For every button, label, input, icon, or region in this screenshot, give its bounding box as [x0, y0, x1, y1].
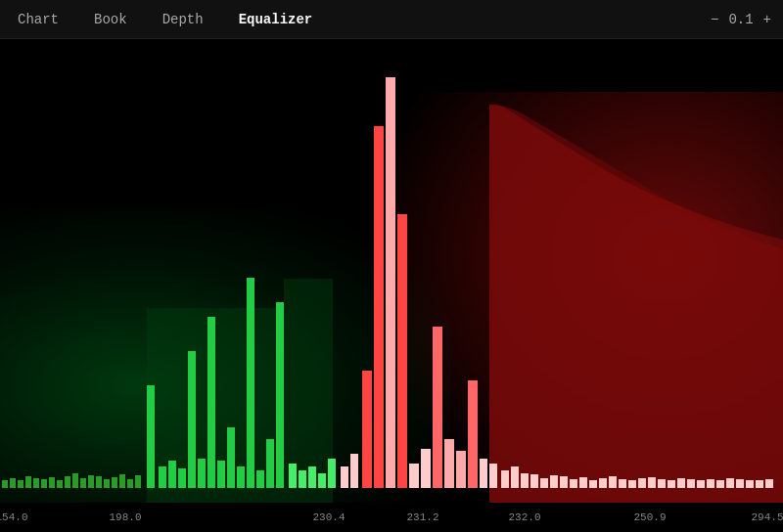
nav-depth[interactable]: Depth — [157, 8, 209, 31]
bar-45 — [433, 327, 442, 488]
bar-50 — [489, 464, 497, 488]
bar-51 — [501, 470, 509, 488]
bar-6 — [49, 477, 55, 488]
x-label-1: 198.0 — [109, 511, 141, 523]
bar-74 — [726, 478, 734, 488]
bar-11 — [88, 475, 94, 488]
bar-48 — [468, 380, 478, 488]
chart-area: 154.0198.0230.4231.2232.0250.9294.5 — [0, 39, 783, 532]
bar-23 — [198, 459, 206, 488]
bar-3 — [25, 476, 31, 488]
bar-28 — [247, 278, 254, 488]
nav-book[interactable]: Book — [88, 8, 133, 31]
bar-47 — [456, 451, 466, 488]
bar-12 — [96, 476, 102, 488]
bar-20 — [168, 461, 176, 488]
bar-54 — [530, 474, 538, 488]
x-label-6: 294.5 — [751, 511, 783, 523]
bar-1 — [10, 478, 16, 488]
x-label-0: 154.0 — [0, 511, 28, 523]
bar-52 — [511, 466, 519, 488]
bar-76 — [746, 480, 754, 488]
bar-29 — [256, 470, 264, 488]
bar-57 — [560, 476, 568, 488]
nav-chart[interactable]: Chart — [12, 8, 65, 31]
bar-56 — [550, 475, 558, 488]
bar-27 — [237, 466, 245, 488]
x-axis: 154.0198.0230.4231.2232.0250.9294.5 — [0, 503, 783, 532]
x-label-5: 250.9 — [633, 511, 666, 523]
bar-66 — [648, 477, 656, 488]
bar-55 — [540, 478, 548, 488]
bar-2 — [18, 480, 23, 488]
bar-73 — [716, 480, 724, 488]
bar-32 — [289, 464, 297, 488]
bar-40 — [374, 126, 384, 488]
bar-75 — [736, 479, 744, 488]
bar-68 — [668, 480, 675, 488]
bar-77 — [756, 480, 763, 488]
bar-65 — [638, 478, 646, 488]
bar-14 — [112, 477, 117, 488]
chart-svg — [0, 39, 783, 532]
bar-69 — [677, 478, 685, 488]
bar-60 — [589, 480, 597, 488]
bar-9 — [72, 473, 78, 488]
bar-70 — [687, 479, 695, 488]
bar-0 — [2, 480, 8, 488]
bar-49 — [480, 459, 487, 488]
header-controls: − 0.1 + — [711, 12, 771, 27]
bar-25 — [217, 461, 225, 488]
bar-59 — [579, 477, 587, 488]
x-label-4: 232.0 — [508, 511, 540, 523]
bar-8 — [65, 476, 70, 488]
bar-30 — [266, 439, 274, 488]
bar-44 — [421, 449, 431, 488]
bar-22 — [188, 351, 196, 488]
bar-61 — [599, 478, 607, 488]
bar-72 — [707, 479, 714, 488]
bar-67 — [658, 479, 666, 488]
bar-35 — [318, 473, 326, 488]
bar-33 — [299, 470, 306, 488]
bar-39 — [362, 371, 372, 488]
bar-64 — [628, 480, 636, 488]
zoom-value: 0.1 — [728, 12, 753, 27]
bar-21 — [178, 468, 186, 488]
bar-53 — [521, 473, 529, 488]
bar-42 — [397, 214, 407, 488]
bar-5 — [41, 479, 47, 488]
nav-equalizer[interactable]: Equalizer — [233, 8, 319, 31]
bar-71 — [697, 480, 705, 488]
bar-63 — [619, 479, 626, 488]
minus-button[interactable]: − — [711, 12, 718, 27]
bar-15 — [119, 474, 125, 488]
bar-43 — [409, 464, 419, 488]
bar-37 — [341, 466, 348, 488]
x-label-3: 231.2 — [406, 511, 438, 523]
plus-button[interactable]: + — [763, 12, 771, 27]
bar-24 — [207, 317, 215, 488]
bar-13 — [104, 479, 110, 488]
bar-62 — [609, 476, 617, 488]
bar-4 — [33, 478, 39, 488]
bar-78 — [765, 479, 773, 488]
bar-18 — [147, 385, 155, 488]
bar-17 — [135, 475, 141, 488]
bar-46 — [444, 439, 454, 488]
bar-10 — [80, 478, 86, 488]
bar-16 — [127, 479, 133, 488]
bar-26 — [227, 427, 235, 488]
bar-58 — [570, 479, 577, 488]
x-label-2: 230.4 — [312, 511, 345, 523]
bar-41 — [386, 77, 395, 488]
bar-36 — [328, 459, 336, 488]
header: Chart Book Depth Equalizer − 0.1 + — [0, 0, 783, 39]
bar-7 — [57, 480, 63, 488]
bar-34 — [308, 466, 316, 488]
bar-19 — [159, 466, 166, 488]
bar-31 — [276, 302, 284, 488]
bar-38 — [350, 454, 358, 488]
